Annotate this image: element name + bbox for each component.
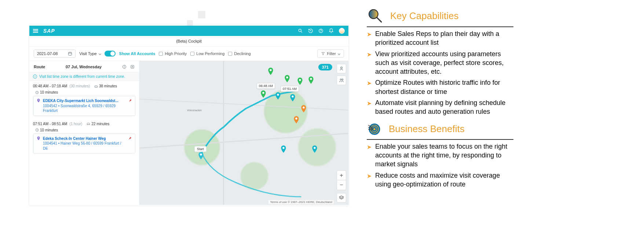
svg-point-23: [200, 153, 202, 155]
info-icon[interactable]: [122, 65, 127, 69]
svg-point-36: [340, 79, 342, 80]
svg-point-45: [373, 128, 376, 130]
map-attribution: Terms of use © 1987–2021 HERE, Deutschla…: [268, 200, 334, 204]
clock-icon: [35, 91, 39, 94]
bell-icon[interactable]: [329, 28, 334, 33]
map-pin-teal[interactable]: [281, 145, 286, 153]
route-date: 07 Jul, Wednesday: [66, 65, 102, 69]
filter-button[interactable]: Filter: [317, 50, 344, 58]
decorative-square: [198, 11, 205, 18]
funnel-icon: [321, 52, 325, 55]
show-all-label: Show All Accounts: [119, 51, 155, 56]
date-input[interactable]: 2021-07-08: [34, 50, 76, 58]
pushpin-icon[interactable]: [128, 136, 132, 141]
chk-low-performing[interactable]: Low Performing: [190, 51, 224, 56]
chk-label: High Priority: [165, 51, 187, 56]
visit-sub: 1004542 • Soonwaldstraße 4, 65929 / 6592…: [43, 104, 126, 113]
map-pin-orange[interactable]: [293, 116, 299, 124]
capabilities-heading: Key Capabilities: [367, 7, 513, 27]
svg-point-29: [277, 94, 279, 95]
visit-time: 07:51 AM - 08:51 AM: [33, 122, 67, 126]
bullet-arrow-icon: ➤: [367, 30, 372, 47]
info-panel: Key Capabilities ➤Enable Sales Reps to p…: [367, 7, 513, 194]
pin-icon: [36, 136, 41, 141]
map-pin-green[interactable]: [284, 75, 290, 83]
visit-card[interactable]: Edeka Scheck-In Center Hainer Weg 100454…: [33, 134, 135, 154]
svg-point-11: [124, 66, 125, 66]
extra-time: 10 minutes: [40, 128, 58, 132]
help-icon[interactable]: [318, 28, 323, 33]
visit-time: 06:48 AM - 07:18 AM: [33, 84, 67, 88]
sap-logo: SAP: [43, 28, 55, 34]
map-time-label: 07:51 AM: [281, 86, 299, 92]
user-button[interactable]: [337, 76, 346, 85]
menu-icon[interactable]: [33, 29, 38, 33]
zoom-in-button[interactable]: +: [337, 171, 346, 180]
visit-card[interactable]: EDEKA City-Supermarkt Lich Soonwaldst...…: [33, 96, 135, 116]
capabilities-list: ➤Enable Sales Reps to plan their day wit…: [367, 29, 513, 116]
map-pin-green[interactable]: [260, 90, 266, 98]
target-icon: [367, 121, 382, 137]
benefits-heading: Business Benefits: [367, 121, 513, 140]
bullet-arrow-icon: ➤: [367, 79, 372, 96]
map-pin-green[interactable]: [297, 77, 303, 86]
list-item: ➤Automate visit planning by defining sch…: [367, 98, 513, 116]
svg-point-25: [286, 76, 288, 78]
history-icon[interactable]: [308, 28, 313, 33]
zoom-out-button[interactable]: −: [337, 180, 346, 190]
decorative-square: [187, 20, 193, 26]
app-window: SAP (Beta) Cockpit 2021-07-08 Visit Type: [29, 26, 348, 206]
bullet-arrow-icon: ➤: [367, 51, 372, 76]
visit-type-dropdown[interactable]: Visit Type: [79, 51, 100, 56]
show-all-toggle[interactable]: [105, 51, 116, 57]
route-sidebar: Route 07 Jul, Wednesday i Visit list tim…: [29, 61, 139, 205]
visit-duration: (1 hour): [69, 122, 82, 126]
map-pin-teal[interactable]: [312, 145, 318, 153]
app-header: SAP: [29, 26, 348, 36]
list-text: Enable Sales Reps to plan their day with…: [375, 29, 513, 47]
map-pin-green[interactable]: [308, 76, 314, 84]
start-pin[interactable]: [198, 152, 204, 160]
pin-count-badge: 371: [318, 64, 332, 70]
svg-point-28: [262, 92, 264, 94]
map-pin-teal[interactable]: [275, 92, 281, 100]
chk-high-priority[interactable]: High Priority: [159, 51, 187, 56]
pushpin-icon[interactable]: [128, 98, 132, 103]
svg-point-27: [310, 78, 312, 80]
avatar[interactable]: [339, 28, 345, 34]
pin-icon: [36, 98, 41, 103]
svg-point-30: [292, 95, 293, 97]
map-pin-green[interactable]: [268, 68, 274, 76]
magnifier-icon: [367, 7, 384, 24]
list-item: ➤Enable your sales teams to focus on the…: [367, 142, 513, 169]
list-item: ➤View prioritized accounts using paramet…: [367, 50, 513, 76]
timezone-info: i Visit list time zone is different from…: [29, 72, 139, 81]
svg-point-34: [314, 147, 315, 149]
svg-point-32: [295, 117, 297, 119]
svg-point-26: [299, 79, 301, 81]
map-pin-orange[interactable]: [301, 105, 307, 113]
locate-button[interactable]: [337, 64, 346, 73]
route-polyline: [139, 61, 348, 204]
list-text: Automate visit planning by defining sche…: [375, 98, 513, 116]
chk-declining[interactable]: Declining: [228, 51, 250, 56]
bullet-arrow-icon: ➤: [367, 99, 372, 116]
visit-duration: (30 minutes): [69, 84, 90, 88]
svg-line-41: [377, 18, 381, 22]
route-item: 07:51 AM - 08:51 AM (1 hour) 22 minutes …: [29, 119, 139, 157]
list-text: Enable your sales teams to focus on the …: [375, 142, 513, 169]
bullet-arrow-icon: ➤: [367, 172, 372, 189]
add-icon[interactable]: [130, 65, 135, 69]
svg-point-31: [303, 106, 304, 108]
map[interactable]: Wiesbaden Start 06:48 AM 07:51 AM: [139, 61, 348, 205]
search-icon[interactable]: [298, 28, 303, 33]
chk-label: Declining: [234, 51, 250, 56]
capabilities-title: Key Capabilities: [390, 10, 458, 22]
layers-button[interactable]: [337, 193, 346, 203]
calendar-icon: [68, 51, 72, 56]
svg-line-1: [301, 32, 302, 33]
bullet-arrow-icon: ➤: [367, 143, 372, 169]
zoom-controls: + −: [337, 170, 346, 190]
map-pin-teal[interactable]: [290, 94, 296, 102]
list-text: View prioritized accounts using paramete…: [375, 50, 513, 76]
